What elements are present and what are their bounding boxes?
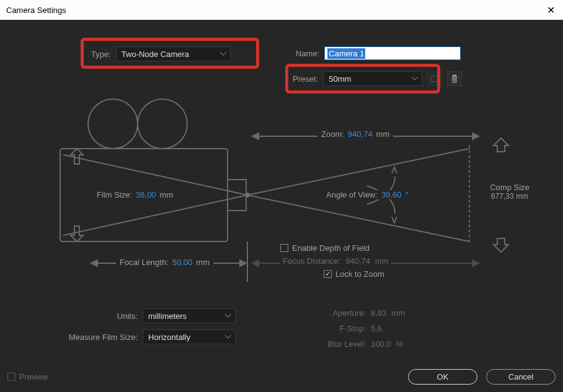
- close-icon[interactable]: ✕: [544, 4, 557, 16]
- zoom-value[interactable]: 940,74: [348, 129, 373, 139]
- chevron-down-icon: [220, 52, 226, 56]
- type-dropdown[interactable]: Two-Node Camera: [116, 46, 231, 61]
- angle-label: Angle of View:: [326, 190, 378, 199]
- ok-button[interactable]: OK: [408, 369, 477, 385]
- zoom-label: Zoom:: [321, 129, 344, 139]
- enable-depth-checkbox[interactable]: [280, 244, 288, 252]
- preset-label: Preset:: [293, 74, 318, 84]
- units-value: millimeters: [148, 311, 187, 321]
- comp-size-value: 677,33: [491, 192, 514, 201]
- zoom-unit: mm: [376, 129, 390, 139]
- titlebar: Camera Settings ✕: [0, 0, 563, 20]
- focus-distance-value: 940,74: [345, 256, 370, 266]
- svg-line-7: [63, 155, 247, 195]
- chevron-down-icon: [225, 314, 231, 318]
- angle-value[interactable]: 39,60: [381, 190, 402, 199]
- measure-dropdown[interactable]: Horizontally: [143, 329, 236, 344]
- lower-controls: Units: millimeters Measure Film Size: Ho…: [63, 308, 518, 349]
- comp-size-unit: mm: [516, 192, 528, 201]
- film-size-value[interactable]: 36,00: [136, 190, 156, 199]
- name-input[interactable]: Camera 1: [324, 46, 461, 60]
- film-size-label: Film Size:: [97, 190, 132, 199]
- preset-dropdown[interactable]: 50mm: [323, 71, 422, 86]
- preset-folder-button[interactable]: [427, 71, 442, 86]
- type-label: Type:: [91, 50, 111, 59]
- aperture-label: Aperture:: [310, 308, 366, 318]
- svg-line-5: [247, 149, 469, 195]
- svg-line-6: [247, 195, 469, 242]
- svg-line-8: [63, 195, 247, 235]
- enable-depth-row[interactable]: Enable Depth of Field: [280, 243, 391, 253]
- fstop-value: 5,6: [371, 324, 382, 333]
- blur-value: 100,0: [371, 339, 391, 349]
- enable-depth-label: Enable Depth of Field: [292, 243, 370, 253]
- blur-label: Blur Level:: [310, 339, 366, 349]
- angle-unit: °: [405, 190, 408, 199]
- focal-length-value[interactable]: 50,00: [172, 258, 193, 267]
- top-row: Type: Two-Node Camera Name: Camera 1 Pre…: [7, 46, 556, 90]
- svg-point-0: [88, 99, 138, 149]
- focus-distance-label: Focus Distance:: [283, 256, 340, 266]
- dialog-panel: Type: Two-Node Camera Name: Camera 1 Pre…: [7, 37, 556, 355]
- footer: Preview OK Cancel: [7, 369, 556, 385]
- measure-label: Measure Film Size:: [63, 333, 138, 342]
- comp-size-label: Comp Size: [482, 183, 538, 192]
- window-title: Camera Settings: [6, 6, 66, 15]
- chevron-down-icon: [225, 335, 231, 339]
- measure-value: Horizontally: [148, 333, 190, 342]
- svg-point-1: [138, 99, 187, 149]
- units-dropdown[interactable]: millimeters: [143, 308, 236, 323]
- cancel-button[interactable]: Cancel: [486, 369, 556, 385]
- preset-value: 50mm: [329, 74, 351, 84]
- focal-length-label: Focal Length:: [120, 258, 169, 267]
- name-label: Name:: [296, 49, 319, 58]
- lock-to-zoom-row[interactable]: Lock to Zoom: [324, 269, 391, 279]
- lock-to-zoom-checkbox[interactable]: [324, 270, 332, 278]
- blur-unit: %: [396, 339, 404, 349]
- preview-checkbox[interactable]: [7, 373, 16, 381]
- focus-distance-unit: mm: [375, 256, 389, 266]
- preview-label: Preview: [19, 372, 48, 381]
- lock-to-zoom-label: Lock to Zoom: [335, 269, 384, 279]
- chevron-down-icon: [412, 77, 418, 81]
- name-value: Camera 1: [327, 48, 365, 59]
- aperture-value: 8,93: [371, 308, 386, 318]
- type-value: Two-Node Camera: [122, 50, 189, 59]
- units-label: Units:: [63, 311, 138, 321]
- fstop-label: F-Stop:: [310, 324, 366, 333]
- preset-delete-button[interactable]: [447, 71, 462, 86]
- preview-row[interactable]: Preview: [7, 372, 48, 381]
- focal-length-unit: mm: [196, 258, 210, 267]
- svg-rect-3: [228, 180, 246, 211]
- aperture-unit: mm: [391, 308, 405, 318]
- film-size-unit: mm: [160, 190, 174, 199]
